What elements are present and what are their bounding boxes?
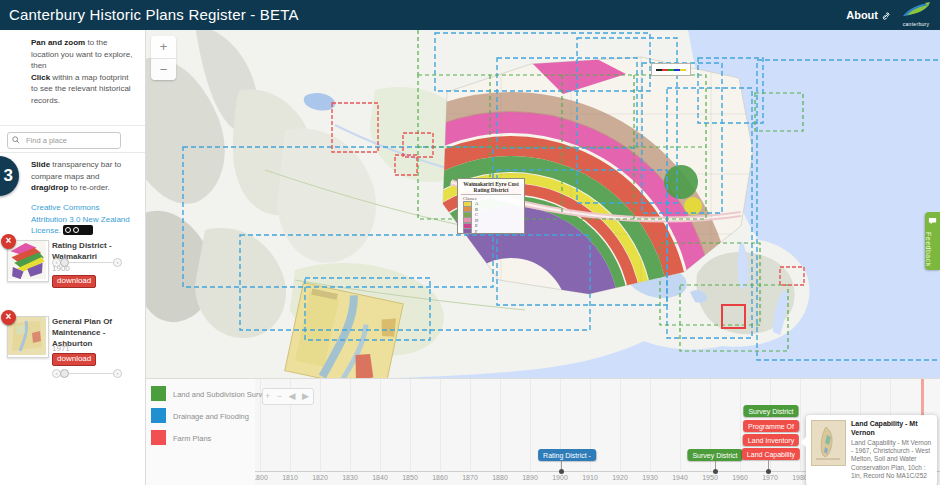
transparency-slider[interactable]: ‹ › bbox=[52, 369, 122, 378]
event-programme-of[interactable]: Programme Of bbox=[743, 420, 799, 432]
feedback-label: Feedback bbox=[925, 232, 932, 267]
page-title: Canterbury Historic Plans Register - BET… bbox=[9, 6, 299, 23]
link-icon bbox=[881, 12, 890, 21]
search-input[interactable] bbox=[24, 134, 120, 147]
feedback-tab[interactable]: Feedback bbox=[925, 212, 940, 270]
map-canvas[interactable]: + − Waimakariri Eyre Cust Rating Distric… bbox=[145, 30, 940, 378]
legend-swatch-drainage bbox=[151, 408, 166, 423]
canterbury-logo-icon bbox=[901, 2, 931, 19]
zoom-in-button[interactable]: + bbox=[151, 36, 176, 59]
timeline-panel: 1800 1810 1820 1830 1840 1850 1860 1870 … bbox=[145, 378, 940, 485]
slider-right-arrow[interactable]: › bbox=[113, 369, 122, 378]
slider-right-arrow[interactable]: › bbox=[113, 258, 122, 267]
cc-license-link[interactable]: Creative Commons Attribution 3.0 New Zea… bbox=[31, 202, 135, 237]
basemap bbox=[145, 30, 940, 378]
timeline-zoom-in[interactable]: + bbox=[265, 391, 272, 401]
download-button[interactable]: download bbox=[52, 353, 96, 366]
tooltip-body: Land Capability - Mt Vernon - 1967, Chri… bbox=[851, 439, 932, 481]
instructions-slide: Slide transparency bar to compare maps a… bbox=[31, 159, 135, 194]
event-dot bbox=[559, 469, 564, 474]
divider bbox=[0, 125, 145, 126]
slider-handle[interactable] bbox=[60, 258, 69, 267]
sidebar: Pan and zoom to the location you want to… bbox=[0, 30, 146, 485]
layer-card-waimakariri[interactable]: × Rating District - Waimakariri 1900 dow… bbox=[0, 238, 145, 300]
app-header: Canterbury Historic Plans Register - BET… bbox=[0, 0, 940, 30]
about-link[interactable]: About bbox=[846, 9, 890, 21]
transparency-slider[interactable]: ‹ › bbox=[52, 258, 122, 267]
step-3-badge: 3 bbox=[0, 156, 19, 196]
cc-license-badge bbox=[63, 225, 93, 235]
canterbury-logo[interactable]: canterbury bbox=[898, 2, 934, 28]
instructions-pan: Pan and zoom to the location you want to… bbox=[31, 37, 135, 107]
zoom-out-button[interactable]: − bbox=[151, 59, 176, 81]
timeline-pan-left-icon[interactable]: ◀ bbox=[289, 391, 298, 401]
event-survey-district-1967[interactable]: Survey District bbox=[743, 405, 798, 417]
timeline-pan-right-icon[interactable]: ▶ bbox=[302, 391, 311, 401]
overlay-map-legend: Waimakariri Eyre Cust Rating District Cl… bbox=[457, 178, 525, 234]
legend-swatch-farm bbox=[151, 430, 166, 445]
layer-year: 1971 bbox=[52, 344, 70, 353]
event-dot bbox=[766, 469, 771, 474]
legend-swatch-surveys bbox=[151, 386, 166, 401]
search-icon bbox=[12, 136, 20, 144]
overlay-map-title: Waimakariri Eyre Cust Rating District bbox=[461, 181, 521, 195]
event-tooltip: Land Capability - Mt Vernon Land Capabil… bbox=[806, 415, 937, 485]
event-land-capability[interactable]: Land Capability bbox=[742, 448, 800, 460]
event-land-inventory[interactable]: Land Inventory bbox=[743, 434, 799, 446]
map-scale-bar bbox=[651, 63, 691, 76]
tooltip-title: Land Capability - Mt Vernon bbox=[851, 420, 932, 438]
tooltip-thumbnail bbox=[811, 420, 846, 466]
slider-handle[interactable] bbox=[60, 369, 69, 378]
divider bbox=[0, 152, 145, 153]
timeline-zoom-out[interactable]: − bbox=[277, 391, 284, 401]
class-swatch bbox=[463, 228, 472, 234]
timeline-controls[interactable]: + − ◀ ▶ bbox=[262, 388, 314, 405]
timeline-legend: Land and Subdivision Surveys Drainage an… bbox=[145, 379, 255, 485]
remove-layer-button[interactable]: × bbox=[1, 234, 16, 249]
tooltip-text: Land Capability - Mt Vernon Land Capabil… bbox=[846, 420, 932, 481]
map-zoom-control[interactable]: + − bbox=[151, 36, 176, 80]
find-place-search[interactable] bbox=[7, 132, 121, 149]
feedback-bubble-icon bbox=[928, 217, 937, 226]
remove-layer-button[interactable]: × bbox=[1, 310, 16, 325]
event-dot bbox=[713, 469, 718, 474]
event-rating-district[interactable]: Rating District - bbox=[538, 449, 596, 461]
download-button[interactable]: download bbox=[52, 275, 96, 288]
event-survey-district-1950[interactable]: Survey District bbox=[687, 449, 742, 461]
logo-word: canterbury bbox=[898, 21, 934, 27]
